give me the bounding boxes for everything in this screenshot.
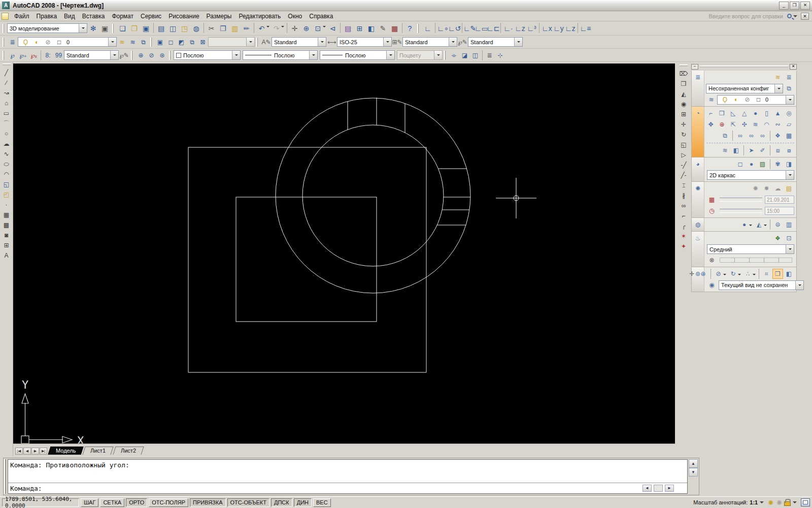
annotation-scale-value[interactable]: 1:1	[750, 499, 758, 505]
layer-combobox[interactable]: Ϙ◐⊘□ 0	[18, 37, 117, 47]
polygon-icon[interactable]: ⌂	[1, 98, 12, 108]
rotate-icon[interactable]: ↻	[679, 130, 689, 140]
table-style-combobox[interactable]: Standard	[402, 37, 457, 47]
ucs-x-icon[interactable]: ∟x	[541, 23, 553, 34]
layer-make-current-icon[interactable]: ≋	[117, 37, 127, 47]
circle-icon[interactable]: ○	[1, 129, 12, 139]
toggle-отс-объект[interactable]: ОТС-ОБЪЕКТ	[227, 498, 269, 507]
toggle-шаг[interactable]: ШАГ	[81, 498, 98, 507]
combo-arrow-icon[interactable]	[383, 38, 391, 46]
menu-item-редактировать[interactable]: Редактировать	[235, 12, 284, 21]
arc-icon[interactable]: ⌒	[1, 118, 12, 129]
toolbar-grip[interactable]	[169, 51, 172, 60]
plot-preview-icon[interactable]: ◫	[167, 23, 179, 34]
scroll-thumb[interactable]	[654, 485, 663, 492]
array-icon[interactable]: ⊞	[679, 109, 689, 119]
menu-item-правка[interactable]: Правка	[33, 12, 61, 21]
date-slider-track[interactable]	[720, 198, 762, 202]
toolbar-grip[interactable]	[150, 38, 153, 47]
material-sphere-dropdown-icon[interactable]	[749, 225, 752, 228]
menu-item-окно[interactable]: Окно	[284, 12, 306, 21]
combo-arrow-icon[interactable]	[514, 38, 522, 46]
time-slider-track[interactable]	[720, 209, 762, 213]
layer-color-icon[interactable]: □	[54, 37, 64, 47]
linetype-combobox[interactable]: Послою	[243, 50, 318, 60]
sun-status-icon[interactable]: ✺	[750, 183, 761, 194]
combo-arrow-icon[interactable]	[309, 51, 317, 59]
ucs-z-icon[interactable]: ∟z	[564, 23, 576, 34]
combo-arrow-icon[interactable]	[79, 24, 87, 33]
offset-icon[interactable]: ◉	[679, 99, 689, 109]
text-style-icon[interactable]: A✎	[261, 37, 272, 47]
dashboard-drag-bar[interactable]	[700, 66, 788, 68]
ucs-face-icon[interactable]: ∟▭	[476, 23, 487, 34]
multileader-style-icon[interactable]: ℘✎	[457, 37, 468, 47]
zoom-previous-icon[interactable]: ⊲	[327, 23, 339, 34]
clean-screen-button[interactable]	[801, 498, 810, 506]
combo-arrow-icon[interactable]	[108, 38, 116, 46]
dlayer-color-icon[interactable]: □	[753, 94, 764, 105]
slice-icon[interactable]: ▦	[784, 131, 794, 141]
join-icon[interactable]: ∞	[679, 201, 689, 211]
scale-icon[interactable]: ◱	[679, 140, 689, 150]
mirror-icon[interactable]: ◭	[679, 89, 689, 99]
paste-icon[interactable]: ▥	[229, 23, 241, 34]
menu-item-рисование[interactable]: Рисование	[165, 12, 202, 21]
layer-isolate-icon[interactable]: ◻	[165, 37, 176, 47]
free-orbit-icon[interactable]: ⊘	[146, 50, 157, 60]
collect-multileaders-icon[interactable]: 99	[53, 50, 64, 60]
combo-arrow-icon[interactable]	[110, 51, 118, 59]
layer-palette-icon[interactable]: ⧉	[784, 83, 794, 93]
list-icon[interactable]: ≣	[484, 50, 495, 60]
tab-лист1[interactable]: Лист1	[83, 447, 114, 455]
layer-states-icon[interactable]: ⧉	[138, 37, 149, 47]
polyline-icon[interactable]: ↝	[1, 88, 12, 98]
help-icon[interactable]: ?	[404, 23, 416, 34]
vs-conceptual-icon[interactable]: ▧	[757, 159, 768, 169]
point-icon[interactable]: ·	[1, 200, 12, 210]
rectangle-icon[interactable]: ▭	[1, 108, 12, 118]
nav-swivel-dropdown-icon[interactable]	[738, 274, 741, 277]
command-window-grip[interactable]	[4, 459, 6, 494]
pyramid-icon[interactable]: ▲	[772, 108, 783, 118]
lineweight-combobox[interactable]: Послою	[320, 50, 395, 60]
open-file-icon[interactable]: ❒	[128, 23, 140, 34]
explode-icon[interactable]: ✶	[679, 231, 689, 241]
combo-arrow-icon[interactable]	[774, 84, 783, 93]
sky-status-icon[interactable]: ☁	[772, 183, 783, 194]
attach-material-icon[interactable]: ◭	[754, 219, 764, 230]
hatch-icon[interactable]: ▦	[1, 210, 12, 220]
constrained-orbit-icon[interactable]: ⊕	[136, 50, 146, 60]
drawing-canvas[interactable]: YX	[13, 64, 675, 443]
restore-button[interactable]: ❐	[790, 2, 799, 10]
align-multileaders-icon[interactable]: 8:	[43, 50, 53, 60]
chamfer-icon[interactable]: ⌐	[679, 211, 689, 221]
dashboard-close-button[interactable]: ✕	[790, 64, 797, 70]
gradient-icon[interactable]: ▩	[1, 220, 12, 230]
toggle-отс-поляр[interactable]: ОТС-ПОЛЯР	[149, 498, 188, 507]
tab-модель[interactable]: Модель	[48, 447, 84, 455]
toolbar-grip[interactable]	[680, 65, 688, 67]
box-icon[interactable]: ❒	[717, 108, 727, 118]
toolbar-grip[interactable]	[131, 51, 133, 60]
workspace-settings-icon[interactable]: ✻	[87, 23, 99, 34]
nav-orbit-icon[interactable]: ⊘	[713, 269, 724, 279]
sweep-icon[interactable]: ✣	[739, 119, 750, 130]
command-input-line[interactable]: Команда:	[10, 485, 42, 492]
interference-icon[interactable]: ❖	[772, 131, 783, 141]
help-search-placeholder[interactable]: Введите вопрос для справки	[708, 13, 787, 19]
extract-edges-icon[interactable]: ➤	[746, 145, 757, 155]
mleader-style-combobox-2[interactable]: Standard	[64, 50, 119, 60]
search-icon[interactable]	[787, 14, 792, 18]
menu-item-формат[interactable]: Формат	[108, 12, 137, 21]
wedge-icon[interactable]: ◺	[728, 108, 738, 118]
layer-freeze-icon[interactable]: ◐	[31, 37, 42, 47]
attach-material-dropdown-icon[interactable]	[764, 225, 767, 228]
imprint-icon[interactable]: ✐	[757, 145, 768, 155]
view-back-icon[interactable]: ◉	[706, 280, 717, 290]
material-sphere-icon[interactable]: ●	[739, 219, 750, 230]
properties-palette-icon[interactable]: ▤	[342, 23, 354, 34]
toggle-привязка[interactable]: ПРИВЯЗКА	[190, 498, 225, 507]
toggle-сетка[interactable]: СЕТКА	[100, 498, 124, 507]
planar-surface-icon[interactable]: ▱	[784, 119, 794, 130]
